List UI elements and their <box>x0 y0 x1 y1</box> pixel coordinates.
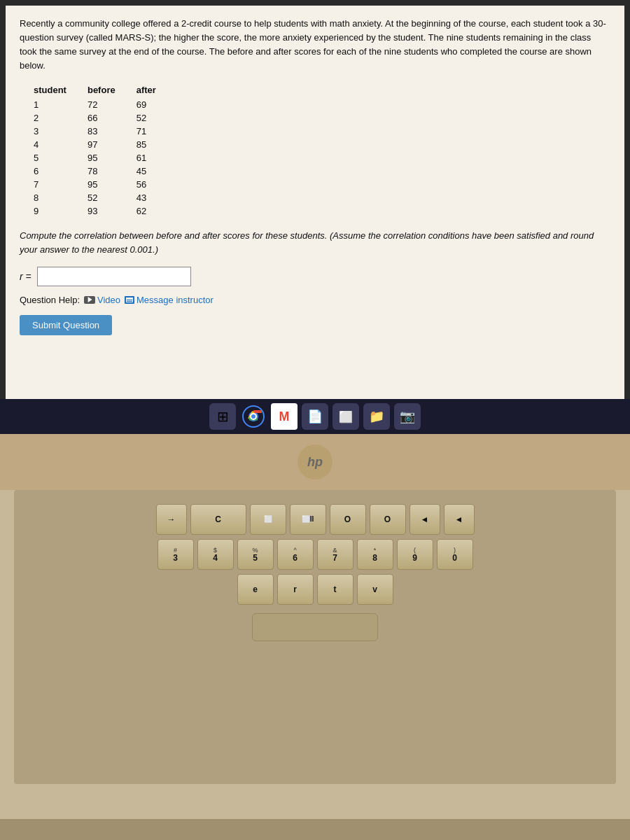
table-cell-col-0: 3 <box>34 125 88 138</box>
message-label: Message instructor <box>136 295 214 305</box>
table-cell-col-0: 6 <box>34 164 88 178</box>
table-cell-col-2: 85 <box>136 138 177 151</box>
camera-taskbar-icon[interactable]: 📷 <box>394 403 421 430</box>
trackpad[interactable] <box>252 613 378 641</box>
col-header-student: student <box>34 83 88 98</box>
table-cell-col-2: 52 <box>136 111 177 125</box>
key-arrow-right[interactable]: → <box>156 504 187 535</box>
hp-logo-area: hp <box>0 434 630 490</box>
table-row: 85243 <box>34 191 177 204</box>
key-row-2: # 3 $ 4 % 5 ^ 6 & 7 * 8 ( 9 ) 0 <box>21 539 609 570</box>
table-cell-col-1: 95 <box>88 151 136 164</box>
table-cell-col-2: 56 <box>136 178 177 191</box>
submit-button[interactable]: Submit Question <box>20 315 112 335</box>
folder-taskbar-icon[interactable]: 📁 <box>363 403 390 430</box>
table-cell-col-1: 52 <box>88 191 136 204</box>
question-help-row: Question Help: Video Message instructor <box>20 295 610 305</box>
trackpad-row <box>21 613 609 641</box>
key-screen-toggle[interactable]: ⬜ <box>250 504 286 535</box>
table-cell-col-1: 97 <box>88 138 136 151</box>
key-t[interactable]: t <box>317 574 354 605</box>
table-cell-col-2: 71 <box>136 125 177 138</box>
table-cell-col-1: 93 <box>88 204 136 218</box>
key-v[interactable]: v <box>357 574 393 605</box>
table-cell-col-1: 78 <box>88 164 136 178</box>
table-row: 26652 <box>34 111 177 125</box>
compute-instructions: Compute the correlation between before a… <box>20 229 610 257</box>
key-row-3: e r t v <box>21 574 609 605</box>
table-row: 67845 <box>34 164 177 178</box>
key-0[interactable]: ) 0 <box>437 539 473 570</box>
keyboard: → C ⬜ ⬜II O O ◄ ◄ # 3 $ 4 <box>14 490 616 784</box>
table-cell-col-0: 5 <box>34 151 88 164</box>
table-row: 38371 <box>34 125 177 138</box>
key-7[interactable]: & 7 <box>317 539 354 570</box>
laptop-screen: Recently a community college offered a 2… <box>0 0 630 434</box>
key-5[interactable]: % 5 <box>237 539 274 570</box>
screen-content: Recently a community college offered a 2… <box>6 6 624 428</box>
key-c[interactable]: C <box>190 504 246 535</box>
video-label: Video <box>97 295 120 305</box>
key-circle-1[interactable]: O <box>330 504 366 535</box>
key-circle-2[interactable]: O <box>370 504 406 535</box>
key-back-2[interactable]: ◄ <box>444 504 475 535</box>
key-e[interactable]: e <box>237 574 274 605</box>
chrome-taskbar-icon[interactable] <box>240 403 267 430</box>
question-help-label: Question Help: <box>20 295 80 305</box>
bottom-bar <box>0 819 630 840</box>
table-row: 59561 <box>34 151 177 164</box>
table-row: 49785 <box>34 138 177 151</box>
hp-logo: hp <box>298 444 332 479</box>
table-cell-col-2: 69 <box>136 98 177 111</box>
col-header-after: after <box>136 83 177 98</box>
table-cell-col-1: 66 <box>88 111 136 125</box>
square-taskbar-icon[interactable]: ⬜ <box>332 403 359 430</box>
problem-description: Recently a community college offered a 2… <box>20 17 610 74</box>
video-icon <box>84 296 95 304</box>
answer-input[interactable] <box>37 267 191 286</box>
key-3[interactable]: # 3 <box>158 539 194 570</box>
table-cell-col-2: 45 <box>136 164 177 178</box>
message-icon <box>125 296 134 304</box>
col-header-before: before <box>88 83 136 98</box>
table-cell-col-0: 9 <box>34 204 88 218</box>
grid-taskbar-icon[interactable]: ⊞ <box>209 403 236 430</box>
key-6[interactable]: ^ 6 <box>277 539 314 570</box>
gmail-taskbar-icon[interactable]: M <box>271 403 298 430</box>
answer-row: r = <box>20 267 610 286</box>
key-9[interactable]: ( 9 <box>397 539 433 570</box>
key-back-1[interactable]: ◄ <box>410 504 440 535</box>
table-cell-col-2: 43 <box>136 191 177 204</box>
table-cell-col-0: 4 <box>34 138 88 151</box>
table-cell-col-2: 61 <box>136 151 177 164</box>
table-row: 79556 <box>34 178 177 191</box>
table-cell-col-1: 95 <box>88 178 136 191</box>
table-cell-col-0: 7 <box>34 178 88 191</box>
table-row: 99362 <box>34 204 177 218</box>
table-cell-col-2: 62 <box>136 204 177 218</box>
key-split-screen[interactable]: ⬜II <box>290 504 326 535</box>
table-cell-col-1: 83 <box>88 125 136 138</box>
video-help-link[interactable]: Video <box>84 295 120 305</box>
key-4[interactable]: $ 4 <box>197 539 234 570</box>
table-cell-col-0: 2 <box>34 111 88 125</box>
table-cell-col-0: 8 <box>34 191 88 204</box>
data-table: student before after 1726926652383714978… <box>34 83 177 218</box>
svg-point-3 <box>251 414 255 419</box>
files-taskbar-icon[interactable]: 📄 <box>302 403 328 430</box>
key-8[interactable]: * 8 <box>357 539 393 570</box>
table-cell-col-1: 72 <box>88 98 136 111</box>
answer-label: r = <box>20 271 31 282</box>
taskbar: ⊞ M 📄 ⬜ 📁 📷 <box>0 399 630 434</box>
key-r[interactable]: r <box>277 574 314 605</box>
key-row-1: → C ⬜ ⬜II O O ◄ ◄ <box>21 504 609 535</box>
table-row: 17269 <box>34 98 177 111</box>
table-cell-col-0: 1 <box>34 98 88 111</box>
message-instructor-link[interactable]: Message instructor <box>125 295 214 305</box>
